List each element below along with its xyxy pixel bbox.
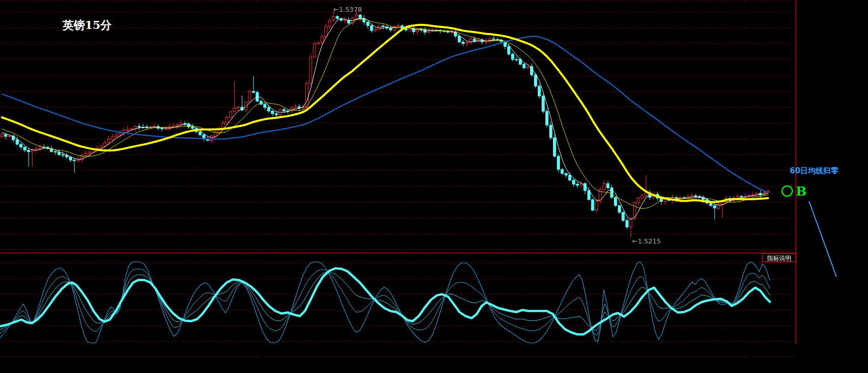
ma-zero-annotation-text: 60日均线归零 [790, 166, 839, 175]
low-price-label: ←1.5215 [632, 237, 661, 245]
candle-body-down [23, 147, 26, 150]
candle-body-up [233, 108, 236, 111]
candle-body-up [104, 143, 106, 146]
candle-body-up [130, 129, 133, 129]
candle-body-up [603, 183, 605, 190]
chart-canvas: 英镑15分 ←1.5378 ←1.5215 60日均线归零 B 指标说明 [0, 0, 868, 373]
candle-body-down [622, 212, 625, 221]
candle-body-down [714, 205, 716, 208]
candle-body-down [27, 150, 30, 152]
candle-body-down [740, 196, 742, 197]
oscillator-slow-line [0, 268, 770, 334]
candle-body-down [508, 46, 510, 54]
candle-body-down [412, 28, 415, 32]
ma30-line [2, 25, 768, 202]
candle-body-down [511, 54, 514, 59]
candle-body-up [119, 133, 121, 135]
candle-body-up [595, 201, 598, 210]
chart-window: 英镑15分 ←1.5378 ←1.5215 60日均线归零 B 指标说明 [0, 0, 868, 373]
candle-body-up [485, 41, 487, 42]
candle-body-down [553, 138, 556, 156]
candle-body-down [58, 152, 60, 154]
candle-body-up [39, 147, 41, 149]
candle-body-down [138, 127, 140, 128]
candle-body-up [637, 198, 640, 203]
candle-body-up [127, 129, 129, 130]
candle-body-down [538, 86, 541, 96]
candle-body-down [557, 156, 560, 169]
candle-body-up [180, 123, 182, 125]
oscillator-lines [0, 262, 770, 343]
candle-body-up [222, 123, 224, 129]
candle-body-up [691, 196, 693, 197]
ma60-line [2, 37, 768, 193]
candle-body-down [66, 156, 68, 157]
candle-body-down [54, 151, 56, 152]
buy-signal-b-label: B [796, 184, 807, 199]
candle-body-up [31, 150, 34, 152]
candle-body-down [191, 127, 194, 129]
candle-body-up [313, 44, 316, 57]
candle-body-up [115, 135, 117, 137]
candle-body-up [397, 26, 399, 26]
candle-body-up [210, 136, 213, 141]
ma5-line [2, 18, 768, 220]
candle-body-down [359, 15, 361, 19]
candle-body-down [618, 206, 621, 212]
candle-body-up [88, 152, 91, 153]
candle-body-down [561, 169, 564, 173]
candle-body-up [309, 57, 312, 83]
oscillator-mid2-line [0, 272, 770, 330]
candle-body-down [366, 22, 369, 25]
candle-body-down [576, 184, 579, 185]
candle-body-down [492, 39, 495, 39]
hand-drawn-trendline [809, 201, 836, 277]
candle-body-up [294, 107, 297, 108]
candle-body-down [199, 132, 201, 135]
candle-body-up [325, 26, 327, 37]
candle-body-up [172, 126, 175, 127]
candle-body-down [515, 59, 518, 60]
candle-body-down [614, 198, 617, 206]
candle-body-down [267, 108, 270, 111]
candle-body-down [73, 160, 76, 161]
candle-body-down [61, 155, 64, 156]
candle-body-up [317, 43, 320, 44]
indicator-info-button[interactable]: 指标说明 [762, 254, 796, 262]
candle-body-up [84, 153, 87, 156]
candle-body-up [752, 195, 754, 195]
indicator-info-button-label[interactable]: 指标说明 [766, 255, 791, 262]
candle-body-down [389, 28, 392, 30]
candle-body-down [264, 104, 266, 107]
candle-body-up [466, 43, 468, 44]
candle-body-up [427, 31, 430, 32]
chart-title: 英镑15分 [62, 18, 112, 32]
moving-average-lines [2, 18, 768, 220]
candle-body-up [100, 146, 102, 148]
candle-body-down [534, 75, 537, 86]
candle-body-down [275, 114, 277, 115]
candle-body-down [607, 183, 609, 188]
candle-body-down [370, 26, 373, 31]
candle-body-down [161, 129, 163, 129]
candle-body-up [526, 67, 529, 68]
candle-body-down [610, 188, 613, 197]
candle-body-down [572, 180, 575, 184]
candle-body-down [587, 191, 590, 200]
candle-body-down [252, 91, 255, 92]
candle-body-down [542, 96, 544, 111]
candle-body-up [374, 29, 377, 30]
main-panel-gridlines [0, 1, 796, 250]
candle-body-up [321, 37, 323, 42]
candle-body-up [226, 117, 228, 122]
candle-body-down [69, 157, 72, 160]
candle-body-down [592, 200, 594, 210]
candle-body-up [237, 107, 239, 108]
candle-body-down [626, 221, 628, 227]
candle-body-down [183, 123, 186, 124]
candle-body-up [355, 15, 358, 18]
candle-body-down [458, 36, 460, 42]
candle-body-up [305, 83, 308, 107]
candle-body-down [523, 65, 525, 68]
candle-body-down [443, 31, 445, 32]
